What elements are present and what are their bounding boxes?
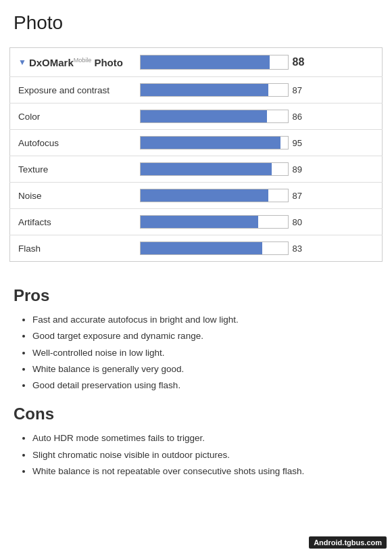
bar-score: 87 [293, 85, 309, 95]
row-label: Exposure and contrast [10, 77, 132, 103]
bar-inner [141, 242, 263, 254]
pros-item: White balance is generally very good. [32, 361, 378, 377]
table-row: Artifacts 80 [10, 209, 383, 235]
brand-label: DxOMarkMobile Photo [29, 57, 123, 68]
bar-score: 86 [293, 112, 309, 122]
bar-inner [141, 216, 258, 228]
pros-heading: Pros [14, 286, 378, 305]
bar-inner [141, 84, 269, 96]
pros-cons-section: Pros Fast and accurate autofocus in brig… [0, 269, 392, 486]
row-label: Autofocus [10, 130, 132, 156]
table-row: Flash 83 [10, 235, 383, 262]
header-bar-inner [141, 55, 270, 69]
table-row: Noise 87 [10, 183, 383, 209]
bar-cell: 87 [140, 189, 374, 202]
cons-item: White balance is not repeatable over con… [32, 463, 378, 480]
cons-list: Auto HDR mode sometimes fails to trigger… [14, 430, 378, 480]
bar-cell: 87 [140, 83, 374, 97]
table-row: Autofocus 95 [10, 130, 383, 156]
header-bar-cell: 88 [140, 55, 374, 70]
header-row: ▼ DxOMarkMobile Photo 88 [10, 48, 383, 77]
arrow-icon: ▼ [18, 57, 26, 67]
bar-score: 83 [293, 244, 309, 254]
bar-score: 95 [293, 138, 309, 148]
row-label: Flash [10, 235, 132, 262]
bar-outer [140, 83, 289, 97]
bar-inner [141, 137, 280, 149]
score-table: ▼ DxOMarkMobile Photo 88 Exposure and co… [9, 47, 383, 262]
page-title: Photo [0, 0, 392, 41]
bar-inner [141, 189, 269, 202]
pros-item: Fast and accurate autofocus in bright an… [32, 312, 378, 328]
pros-list: Fast and accurate autofocus in bright an… [14, 312, 378, 394]
cons-item: Auto HDR mode sometimes fails to trigger… [32, 430, 378, 446]
table-row: Color 86 [10, 103, 383, 130]
header-score: 88 [293, 56, 313, 68]
bar-inner [141, 110, 267, 122]
bar-cell: 95 [140, 136, 374, 149]
bar-score: 89 [293, 164, 309, 175]
pros-item: Well-controlled noise in low light. [32, 345, 378, 361]
bar-outer [140, 162, 289, 176]
bar-inner [141, 163, 272, 175]
bar-outer [140, 110, 289, 123]
watermark: Android.tgbus.com [309, 536, 387, 549]
row-label: Noise [10, 183, 132, 209]
cons-item: Slight chromatic noise visible in outdoo… [32, 447, 378, 463]
pros-item: Good target exposure and dynamic range. [32, 328, 378, 344]
header-bar-outer [140, 55, 289, 70]
bar-outer [140, 136, 289, 149]
bar-cell: 83 [140, 241, 374, 255]
table-row: Texture 89 [10, 156, 383, 183]
bar-score: 87 [293, 191, 309, 201]
pros-item: Good detail preservation using flash. [32, 377, 378, 394]
bar-cell: 89 [140, 162, 374, 176]
table-row: Exposure and contrast 87 [10, 77, 383, 103]
bar-score: 80 [293, 217, 309, 227]
row-label: Texture [10, 156, 132, 183]
row-label: Artifacts [10, 209, 132, 235]
bar-cell: 86 [140, 110, 374, 123]
bar-outer [140, 215, 289, 229]
bar-outer [140, 189, 289, 202]
bar-cell: 80 [140, 215, 374, 229]
row-label: Color [10, 103, 132, 130]
cons-heading: Cons [14, 405, 378, 423]
bar-outer [140, 241, 289, 255]
